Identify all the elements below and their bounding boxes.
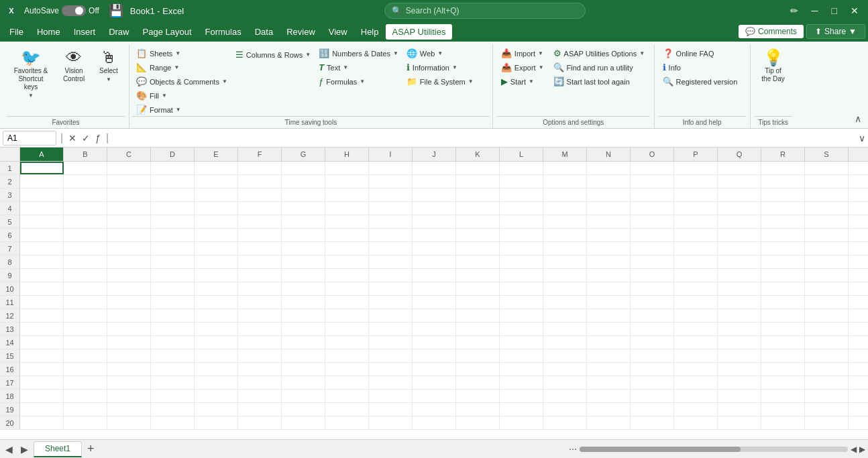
cell-A18[interactable] <box>20 390 64 402</box>
cell-E13[interactable] <box>195 323 238 335</box>
cell-I16[interactable] <box>369 363 413 376</box>
cell-B10[interactable] <box>64 282 107 295</box>
cell-I11[interactable] <box>369 296 413 308</box>
row-header-6[interactable]: 6 <box>0 229 20 241</box>
cell-K13[interactable] <box>456 323 500 335</box>
cell-N1[interactable] <box>587 162 631 174</box>
cell-Q19[interactable] <box>718 403 761 416</box>
cell-S10[interactable] <box>805 282 849 295</box>
cell-J20[interactable] <box>413 416 456 429</box>
cell-G17[interactable] <box>282 376 325 389</box>
cell-D11[interactable] <box>151 296 195 308</box>
cell-R3[interactable] <box>761 188 805 201</box>
cell-H8[interactable] <box>325 255 369 268</box>
cell-A4[interactable] <box>20 202 64 215</box>
cell-F16[interactable] <box>238 363 282 376</box>
cell-G9[interactable] <box>282 269 325 282</box>
menu-home[interactable]: Home <box>30 24 67 40</box>
col-header-Q[interactable]: Q <box>718 148 761 161</box>
col-header-M[interactable]: M <box>543 148 587 161</box>
cell-A14[interactable] <box>20 336 64 349</box>
cell-L1[interactable] <box>500 162 543 174</box>
cell-S14[interactable] <box>805 336 849 349</box>
cell-I18[interactable] <box>369 390 413 402</box>
cell-C19[interactable] <box>107 403 151 416</box>
cell-K12[interactable] <box>456 309 500 322</box>
cell-F4[interactable] <box>238 202 282 215</box>
row-header-3[interactable]: 3 <box>0 188 20 201</box>
cell-P11[interactable] <box>674 296 718 308</box>
cell-G16[interactable] <box>282 363 325 376</box>
cell-M17[interactable] <box>543 376 587 389</box>
cell-N8[interactable] <box>587 255 631 268</box>
import-btn[interactable]: 📥 Import ▼ <box>497 47 548 60</box>
cell-J10[interactable] <box>413 282 456 295</box>
cell-P18[interactable] <box>674 390 718 402</box>
col-header-H[interactable]: H <box>325 148 369 161</box>
cell-S19[interactable] <box>805 403 849 416</box>
cell-I2[interactable] <box>369 175 413 188</box>
cell-C12[interactable] <box>107 309 151 322</box>
cell-Q10[interactable] <box>718 282 761 295</box>
online-faq-btn[interactable]: ❓ Online FAQ <box>659 47 746 60</box>
cell-D17[interactable] <box>151 376 195 389</box>
text-btn[interactable]: T Text ▼ <box>315 61 402 74</box>
cell-O18[interactable] <box>631 390 674 402</box>
formula-expand-icon[interactable]: ∨ <box>859 133 865 144</box>
cell-Q8[interactable] <box>718 255 761 268</box>
cell-H1[interactable] <box>325 162 369 174</box>
formulas-btn[interactable]: ƒ Formulas ▼ <box>315 75 402 88</box>
cell-N15[interactable] <box>587 349 631 362</box>
cell-S1[interactable] <box>805 162 849 174</box>
cell-I10[interactable] <box>369 282 413 295</box>
minimize-btn[interactable]: ─ <box>808 4 822 17</box>
cell-C7[interactable] <box>107 242 151 255</box>
cell-D13[interactable] <box>151 323 195 335</box>
cell-E12[interactable] <box>195 309 238 322</box>
cell-F13[interactable] <box>238 323 282 335</box>
cell-Q4[interactable] <box>718 202 761 215</box>
cell-Q13[interactable] <box>718 323 761 335</box>
cell-I5[interactable] <box>369 215 413 228</box>
cell-H7[interactable] <box>325 242 369 255</box>
cell-P19[interactable] <box>674 403 718 416</box>
cell-E19[interactable] <box>195 403 238 416</box>
cell-Q3[interactable] <box>718 188 761 201</box>
menu-insert[interactable]: Insert <box>67 24 103 40</box>
cell-P10[interactable] <box>674 282 718 295</box>
cell-B11[interactable] <box>64 296 107 308</box>
cell-A7[interactable] <box>20 242 64 255</box>
cell-S9[interactable] <box>805 269 849 282</box>
save-icon[interactable]: 💾 <box>109 3 123 18</box>
cell-L16[interactable] <box>500 363 543 376</box>
cell-M13[interactable] <box>543 323 587 335</box>
cell-P5[interactable] <box>674 215 718 228</box>
cell-A8[interactable] <box>20 255 64 268</box>
web-btn[interactable]: 🌐 Web ▼ <box>402 47 490 60</box>
cell-S16[interactable] <box>805 363 849 376</box>
cell-O14[interactable] <box>631 336 674 349</box>
cell-D10[interactable] <box>151 282 195 295</box>
cell-B2[interactable] <box>64 175 107 188</box>
cell-S18[interactable] <box>805 390 849 402</box>
cell-K3[interactable] <box>456 188 500 201</box>
cell-A20[interactable] <box>20 416 64 429</box>
cell-G11[interactable] <box>282 296 325 308</box>
cell-H11[interactable] <box>325 296 369 308</box>
cell-J8[interactable] <box>413 255 456 268</box>
ribbon-collapse-btn[interactable]: ∧ <box>851 112 865 125</box>
cell-Q12[interactable] <box>718 309 761 322</box>
cell-A15[interactable] <box>20 349 64 362</box>
cell-H5[interactable] <box>325 215 369 228</box>
menu-help[interactable]: Help <box>354 24 386 40</box>
cell-M15[interactable] <box>543 349 587 362</box>
cell-O13[interactable] <box>631 323 674 335</box>
cell-G1[interactable] <box>282 162 325 174</box>
cell-J12[interactable] <box>413 309 456 322</box>
cell-Q18[interactable] <box>718 390 761 402</box>
cell-G6[interactable] <box>282 229 325 241</box>
cell-F7[interactable] <box>238 242 282 255</box>
cell-F8[interactable] <box>238 255 282 268</box>
cell-J4[interactable] <box>413 202 456 215</box>
cell-B7[interactable] <box>64 242 107 255</box>
